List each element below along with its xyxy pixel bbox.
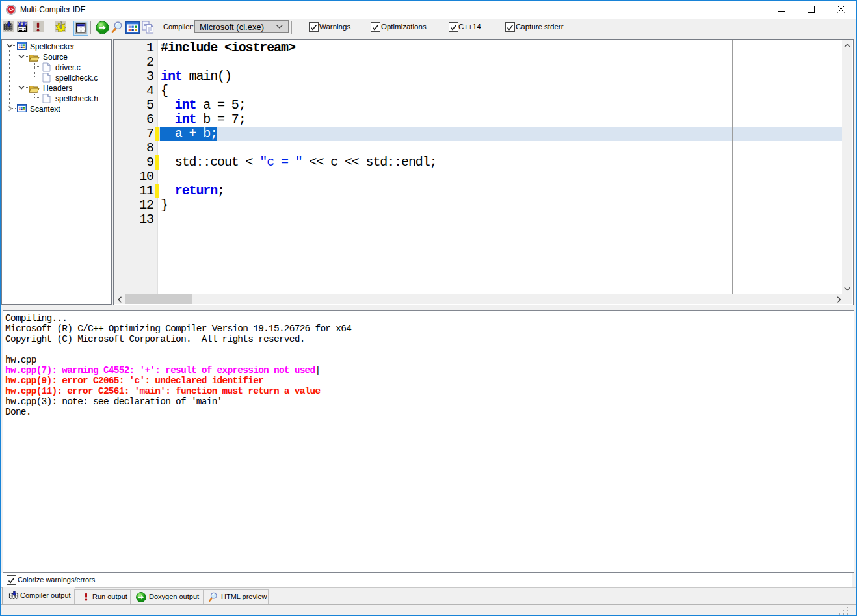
svg-text:C: C	[9, 7, 12, 12]
